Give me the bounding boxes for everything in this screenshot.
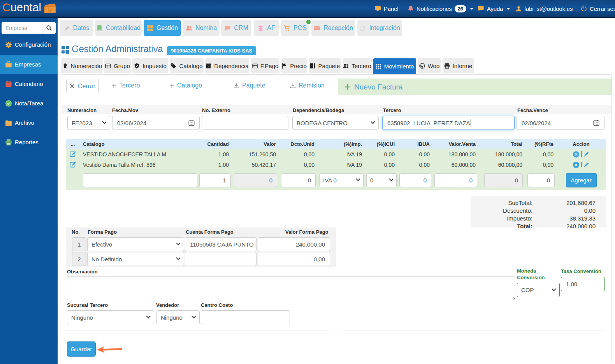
- nav-help[interactable]: Ayuda: [478, 0, 510, 17]
- brand-logo[interactable]: Cuental S: [2, 1, 41, 14]
- tab-datos[interactable]: Datos: [60, 20, 93, 36]
- cart-icon: [284, 25, 290, 32]
- col-cantidad: Cantidad: [198, 139, 232, 149]
- download-icon: [234, 83, 239, 89]
- edit-icon[interactable]: [583, 161, 590, 168]
- fecha-vence-label: Fecha.Vence: [517, 107, 548, 113]
- subtab-grupo[interactable]: Grupo: [104, 58, 131, 73]
- new-dcto-input[interactable]: 0: [281, 173, 316, 187]
- field-value: BODEGA CENTRO: [297, 120, 348, 126]
- delete-row-icon[interactable]: [573, 161, 580, 168]
- flag-icon: [281, 63, 287, 69]
- total-row: Total: 240,000.00: [471, 223, 606, 231]
- field-value: FE2023: [72, 120, 92, 126]
- new-catalogo-input[interactable]: [83, 173, 197, 187]
- descuento-value: 0.00: [584, 207, 596, 214]
- new-icui-select[interactable]: 0: [366, 173, 397, 187]
- search-button[interactable]: [42, 22, 56, 34]
- valor-forma-pago-input[interactable]: 240.000,00: [258, 237, 330, 251]
- toolbar-label: Paquete: [242, 82, 265, 89]
- edit-row-icon[interactable]: [70, 150, 76, 157]
- sidebar-item-calendario[interactable]: Calendario: [0, 74, 58, 93]
- tab-crm[interactable]: CRM: [221, 20, 251, 36]
- field-value: 11050503 CAJA PUNTO D: [190, 241, 257, 248]
- nav-panel[interactable]: Panel: [374, 0, 398, 17]
- paquete-link[interactable]: Paquete: [234, 82, 265, 89]
- nuevo-factura-banner[interactable]: Nuevo Factura: [338, 79, 611, 95]
- new-cantidad-input[interactable]: 1: [199, 173, 231, 187]
- cell-valor: 151.260,50: [232, 149, 279, 159]
- add-tercero-link[interactable]: Tercero: [111, 82, 140, 89]
- sidebar-item-reportes[interactable]: Reportes: [0, 133, 58, 152]
- subtab-movimiento[interactable]: Movimiento: [373, 58, 416, 74]
- subtab-paquete[interactable]: Paquete: [309, 58, 341, 73]
- new-ibua-input[interactable]: 0: [399, 173, 431, 187]
- sucursal-tercero-select[interactable]: Ninguno: [67, 310, 154, 324]
- subtab-numeracion[interactable]: Numeración: [61, 58, 103, 73]
- new-rfte-input[interactable]: 0: [527, 173, 555, 187]
- moneda-select[interactable]: COP: [517, 283, 560, 297]
- fecha-vence-input[interactable]: 02/06/2024: [517, 116, 604, 130]
- field-value: 1,00: [566, 281, 577, 287]
- edit-row-icon[interactable]: [70, 161, 76, 168]
- agregar-button[interactable]: Agregar: [566, 173, 597, 187]
- forma-pago-select[interactable]: No Definido: [87, 252, 184, 266]
- subtab-impuesto[interactable]: Impuesto: [132, 58, 168, 73]
- cuenta-forma-pago-input[interactable]: 11050503 CAJA PUNTO D: [185, 237, 257, 251]
- delete-row-icon[interactable]: [573, 151, 580, 158]
- nav-logout[interactable]: Cerrar sesión: [581, 0, 615, 17]
- tab-label: Recepción: [323, 24, 353, 32]
- add-catalogo-link[interactable]: Catalogo: [169, 82, 202, 89]
- observacion-textarea[interactable]: [67, 276, 515, 300]
- guardar-button[interactable]: Guardar: [67, 341, 96, 357]
- forma-pago-select[interactable]: Efectivo: [87, 237, 184, 251]
- remision-link[interactable]: Remision: [290, 82, 325, 89]
- sidebar-item-empresas[interactable]: Empresas: [0, 55, 58, 74]
- cuenta-forma-pago-input[interactable]: [185, 252, 257, 266]
- cell-total: 60.000,00: [479, 159, 525, 170]
- sidebar-item-nota-tarea[interactable]: Nota/Tarea: [0, 94, 58, 113]
- tab-pos[interactable]: POS: [281, 20, 309, 36]
- subtab-informe[interactable]: Informe: [443, 58, 474, 73]
- new-imp-select[interactable]: IVA 0: [319, 173, 364, 187]
- vendedor-select[interactable]: Ninguno: [156, 310, 200, 324]
- centro-costo-input[interactable]: [201, 310, 290, 324]
- new-valor-input: 0: [234, 173, 277, 187]
- tab-recepcion[interactable]: Recepción: [311, 20, 355, 36]
- cell-rfte: 0,00: [525, 159, 557, 170]
- field-value: 02/06/2024: [522, 120, 551, 126]
- tab-integracion[interactable]: Integración: [357, 20, 402, 36]
- tasa-conversion-input[interactable]: 1,00: [561, 277, 605, 291]
- tab-contabilidad[interactable]: Contabilidad: [95, 20, 142, 36]
- subtab-tercero[interactable]: Tercero: [343, 58, 372, 73]
- new-valor-venta-input[interactable]: 0: [434, 173, 477, 187]
- no-externo-input[interactable]: [202, 116, 288, 130]
- numeracion-select[interactable]: FE2023: [67, 116, 110, 130]
- subtab-fpago[interactable]: F.Pago: [251, 58, 279, 73]
- brand-letter-c: C: [2, 1, 11, 14]
- top-navbar: Cuental S Panel Notificaciones 26 Ayuda …: [0, 0, 615, 18]
- nav-notifications[interactable]: Notificaciones 26: [408, 0, 474, 17]
- subtab-precio[interactable]: Precio: [281, 58, 307, 73]
- field-value: 0,00: [314, 256, 325, 262]
- divider: [61, 99, 611, 99]
- cerrar-button[interactable]: Cerrar: [66, 79, 99, 93]
- tab-gestion[interactable]: Gestión: [144, 20, 181, 36]
- divider: [342, 331, 606, 331]
- subtab-label: Movimiento: [384, 63, 414, 70]
- valor-forma-pago-input[interactable]: 0,00: [258, 252, 330, 266]
- dependencia-select[interactable]: BODEGA CENTRO: [292, 116, 379, 130]
- sidebar-item-configuracion[interactable]: Configuración: [0, 35, 58, 54]
- tercero-input[interactable]: 6358902 LUCIA PEREZ DAZA: [382, 116, 515, 130]
- nav-user[interactable]: fabi_st@outlook.es: [516, 0, 573, 17]
- fecha-mov-input[interactable]: 02/06/2024: [112, 116, 200, 130]
- tab-nomina[interactable]: Nomina: [183, 20, 220, 36]
- sidebar-item-archivo[interactable]: Archivo: [0, 113, 58, 132]
- tab-af[interactable]: AF: [254, 20, 279, 36]
- subtab-dependencia[interactable]: Dependencia: [205, 58, 249, 73]
- search-input[interactable]: [2, 22, 42, 34]
- edit-icon[interactable]: [583, 151, 590, 158]
- subtab-woo[interactable]: Woo: [418, 58, 441, 73]
- subtab-catalogo[interactable]: Catalogo: [170, 58, 204, 73]
- chevron-down-icon: [146, 314, 150, 318]
